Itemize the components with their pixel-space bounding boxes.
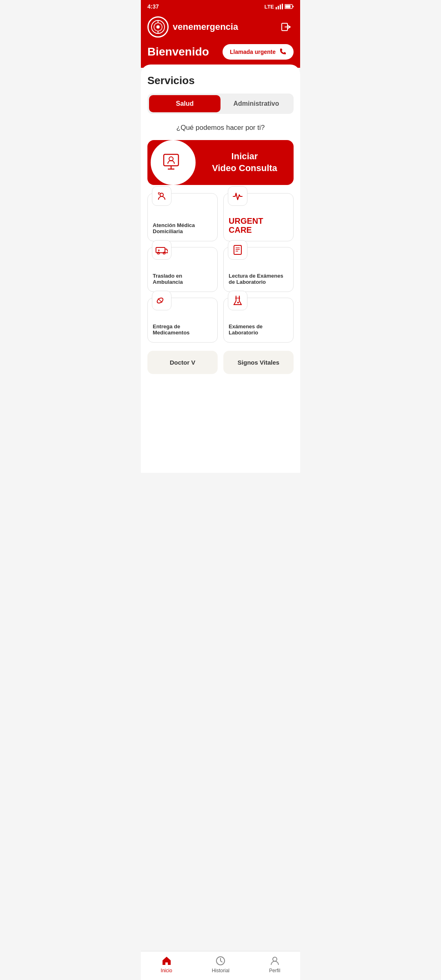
video-consulta-text: Iniciar Video Consulta	[196, 151, 294, 174]
svg-rect-2	[280, 4, 281, 9]
examenes-icon	[228, 291, 247, 310]
signal-icon	[276, 4, 283, 9]
logout-icon	[281, 21, 292, 33]
lectura-label: Lectura de Exámenes de Laboratorio	[229, 273, 288, 285]
bottom-cards: Doctor V Signos Vitales	[147, 351, 294, 407]
tab-administrativo[interactable]: Administrativo	[220, 95, 292, 112]
atencion-label: Atención Médica Domiciliaria	[153, 222, 212, 234]
service-card-examenes[interactable]: Exámenes de Laboratorio	[223, 298, 294, 343]
svg-point-31	[237, 302, 239, 303]
services-tabs: Salud Administrativo	[147, 94, 294, 114]
video-consulta-card[interactable]: Iniciar Video Consulta	[147, 140, 294, 185]
logo-icon	[151, 20, 165, 34]
tab-salud[interactable]: Salud	[149, 95, 220, 112]
svg-rect-24	[234, 245, 241, 254]
time: 4:37	[147, 3, 159, 10]
battery-icon	[285, 4, 294, 9]
svg-point-9	[156, 25, 160, 29]
logo-circle	[147, 16, 169, 38]
question-text: ¿Qué podemos hacer por ti?	[147, 124, 294, 132]
phone-icon	[279, 48, 286, 56]
service-card-urgent-care[interactable]: URGENTCARE	[223, 193, 294, 241]
main-content: Servicios Salud Administrativo ¿Qué pode…	[141, 65, 300, 473]
signos-vitales-card[interactable]: Signos Vitales	[223, 351, 294, 374]
service-card-ambulancia[interactable]: Traslado en Ambulancia	[147, 247, 218, 292]
urgent-care-icon	[228, 186, 247, 206]
app-name: venemergencia	[173, 22, 238, 32]
svg-rect-1	[278, 6, 279, 9]
svg-line-29	[158, 298, 162, 303]
medicamentos-icon	[152, 291, 172, 310]
logo-area: venemergencia	[147, 16, 238, 38]
service-card-lectura[interactable]: Lectura de Exámenes de Laboratorio	[223, 247, 294, 292]
service-grid: Atención Médica Domiciliaria URGENTCARE	[147, 193, 294, 343]
header: venemergencia Bienvenido Llamada urgente	[141, 13, 300, 68]
welcome-text: Bienvenido	[147, 45, 209, 58]
service-card-atencion[interactable]: Atención Médica Domiciliaria	[147, 193, 218, 241]
monitor-person-icon	[162, 154, 184, 172]
urgent-call-button[interactable]: Llamada urgente	[223, 44, 294, 60]
services-title: Servicios	[147, 74, 294, 87]
ambulancia-icon	[152, 240, 172, 260]
doctor-v-card[interactable]: Doctor V	[147, 351, 218, 374]
status-bar: 4:37 LTE	[141, 0, 300, 13]
video-consulta-icon	[151, 140, 196, 185]
svg-rect-5	[285, 5, 291, 8]
urgent-call-label: Llamada urgente	[230, 49, 276, 55]
svg-rect-0	[276, 7, 277, 9]
medicamentos-label: Entrega de Medicamentos	[153, 323, 212, 336]
lte-indicator: LTE	[264, 4, 274, 10]
logout-button[interactable]	[279, 20, 294, 34]
examenes-label: Exámenes de Laboratorio	[229, 323, 288, 336]
header-top: venemergencia	[147, 16, 294, 38]
service-card-medicamentos[interactable]: Entrega de Medicamentos	[147, 298, 218, 343]
status-icons: LTE	[264, 4, 294, 10]
atencion-icon	[152, 186, 172, 206]
svg-rect-6	[293, 6, 294, 7]
ambulancia-label: Traslado en Ambulancia	[153, 273, 212, 285]
header-bottom: Bienvenido Llamada urgente	[147, 44, 294, 60]
svg-rect-3	[282, 4, 283, 9]
urgent-care-label: URGENTCARE	[229, 216, 288, 234]
lectura-icon	[228, 240, 247, 260]
